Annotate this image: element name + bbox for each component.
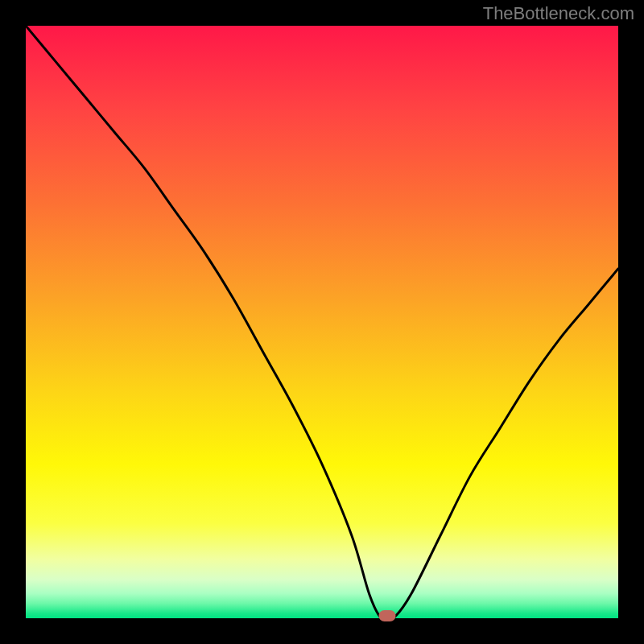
optimal-point-marker	[378, 610, 395, 621]
bottleneck-chart	[26, 26, 618, 618]
gradient-background	[26, 26, 618, 618]
attribution-label: TheBottleneck.com	[483, 3, 634, 24]
chart-frame: TheBottleneck.com	[0, 0, 644, 644]
plot-area	[26, 26, 618, 618]
